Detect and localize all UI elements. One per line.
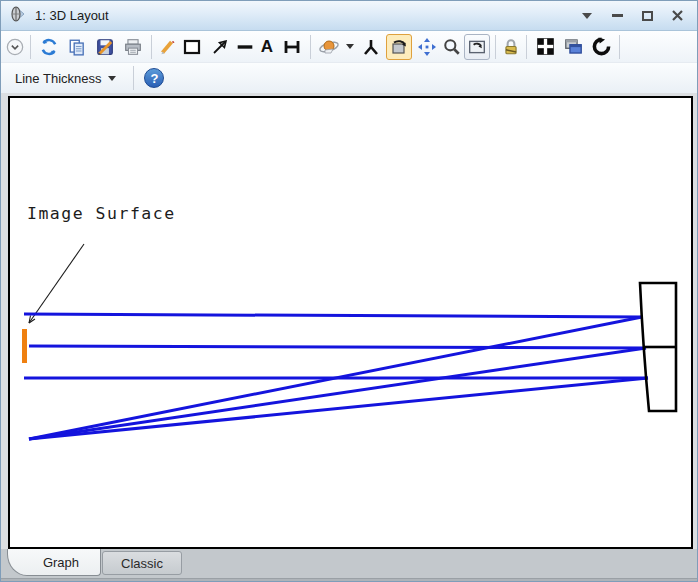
- text-tool-label: A: [261, 38, 273, 55]
- ray-fan-shallow: [29, 378, 648, 439]
- toolbar-separator: [526, 35, 527, 59]
- mirror-element: [640, 283, 676, 411]
- expander-chevron-icon[interactable]: [5, 34, 25, 60]
- help-icon: ?: [144, 68, 164, 88]
- line-endcaps-tool-icon[interactable]: [279, 34, 305, 60]
- pan-icon[interactable]: [414, 34, 440, 60]
- ray-top-horizontal: [24, 314, 642, 317]
- rectangle-tool-icon[interactable]: [179, 34, 205, 60]
- menu-dropdown-icon[interactable]: [575, 6, 599, 26]
- ray-bundle: [24, 314, 648, 439]
- toolbar-separator: [310, 35, 311, 59]
- orbit-dropdown-caret-icon[interactable]: [344, 34, 356, 60]
- cascade-windows-icon[interactable]: [560, 34, 586, 60]
- title-bar[interactable]: 1: 3D Layout: [1, 1, 697, 31]
- toolbar-separator: [30, 35, 31, 59]
- close-icon[interactable]: [665, 6, 689, 26]
- options-toolbar: Line Thickness ?: [1, 63, 697, 93]
- toolbar-separator: [619, 35, 620, 59]
- toolbar-separator: [133, 66, 134, 90]
- text-tool-icon[interactable]: A: [257, 34, 277, 60]
- window-title: 1: 3D Layout: [35, 8, 109, 23]
- pencil-icon[interactable]: [157, 34, 177, 60]
- print-icon[interactable]: [120, 34, 146, 60]
- ray-middle-horizontal: [29, 346, 646, 348]
- line-tool-icon[interactable]: [235, 34, 255, 60]
- layout-drawing: Image Surface: [10, 98, 691, 547]
- canvas-background: Image Surface: [1, 93, 697, 549]
- lens-layout-icon: [9, 5, 29, 27]
- refresh-icon[interactable]: [36, 34, 62, 60]
- axes-3d-icon[interactable]: [358, 34, 384, 60]
- image-surface-annotation: Image Surface: [27, 204, 176, 223]
- ray-fan-middle: [29, 348, 646, 439]
- image-surface-marker: [22, 329, 27, 363]
- layout-drawing-canvas[interactable]: Image Surface: [8, 96, 693, 549]
- tab-classic-label: Classic: [121, 556, 163, 571]
- save-icon[interactable]: [92, 34, 118, 60]
- zoom-icon[interactable]: [442, 34, 462, 60]
- lock-icon[interactable]: [501, 34, 521, 60]
- line-thickness-label: Line Thickness: [15, 71, 101, 86]
- layout-window: 1: 3D Layout: [0, 0, 698, 582]
- orbit-3d-icon[interactable]: [316, 34, 342, 60]
- arrow-tool-icon[interactable]: [207, 34, 233, 60]
- help-button[interactable]: ?: [143, 67, 165, 89]
- maximize-icon[interactable]: [635, 6, 659, 26]
- copy-icon[interactable]: [64, 34, 90, 60]
- annotation-arrow: [29, 244, 84, 323]
- tab-classic[interactable]: Classic: [102, 551, 182, 575]
- toolbar-separator: [495, 35, 496, 59]
- main-toolbar: A: [1, 31, 697, 63]
- zoom-window-icon[interactable]: [464, 34, 490, 60]
- tab-graph-label: Graph: [43, 555, 79, 570]
- reset-view-icon[interactable]: [588, 34, 614, 60]
- rotate-view-icon[interactable]: [386, 34, 412, 60]
- tab-graph[interactable]: Graph: [7, 549, 101, 576]
- view-tabbar: Graph Classic: [1, 549, 697, 582]
- toolbar-separator: [151, 35, 152, 59]
- chevron-down-icon: [108, 76, 116, 81]
- fullscreen-icon[interactable]: [532, 34, 558, 60]
- minimize-icon[interactable]: [605, 6, 629, 26]
- line-thickness-dropdown[interactable]: Line Thickness: [7, 67, 124, 90]
- bottom-strip: [1, 578, 697, 582]
